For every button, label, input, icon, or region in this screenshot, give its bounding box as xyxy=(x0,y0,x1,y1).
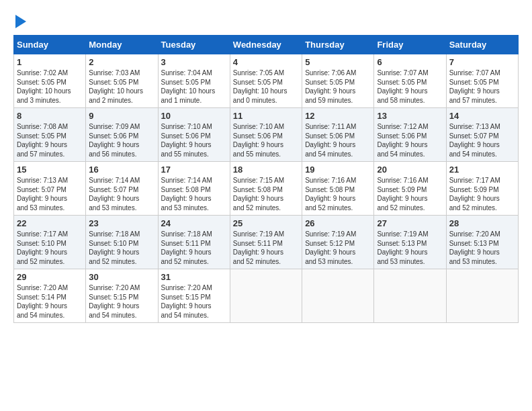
calendar-cell: 1Sunrise: 7:02 AM Sunset: 5:05 PM Daylig… xyxy=(14,54,86,108)
day-info: Sunrise: 7:14 AM Sunset: 5:08 PM Dayligh… xyxy=(161,176,227,212)
day-number: 5 xyxy=(305,57,371,67)
day-number: 22 xyxy=(17,218,83,228)
calendar-cell: 14Sunrise: 7:13 AM Sunset: 5:07 PM Dayli… xyxy=(446,108,518,162)
calendar-cell: 20Sunrise: 7:16 AM Sunset: 5:09 PM Dayli… xyxy=(374,162,446,216)
calendar-cell xyxy=(446,269,518,323)
calendar-cell xyxy=(374,269,446,323)
calendar-cell: 15Sunrise: 7:13 AM Sunset: 5:07 PM Dayli… xyxy=(14,162,86,216)
calendar-cell: 6Sunrise: 7:07 AM Sunset: 5:05 PM Daylig… xyxy=(374,54,446,108)
day-info: Sunrise: 7:20 AM Sunset: 5:15 PM Dayligh… xyxy=(161,283,227,320)
day-number: 23 xyxy=(89,218,154,228)
day-info: Sunrise: 7:08 AM Sunset: 5:05 PM Dayligh… xyxy=(17,122,83,158)
day-info: Sunrise: 7:09 AM Sunset: 5:06 PM Dayligh… xyxy=(89,122,154,158)
day-info: Sunrise: 7:14 AM Sunset: 5:07 PM Dayligh… xyxy=(89,176,154,212)
day-number: 18 xyxy=(233,165,299,175)
calendar-header-sunday: Sunday xyxy=(14,36,86,54)
day-number: 4 xyxy=(233,57,299,67)
day-info: Sunrise: 7:10 AM Sunset: 5:06 PM Dayligh… xyxy=(161,122,227,158)
day-info: Sunrise: 7:18 AM Sunset: 5:11 PM Dayligh… xyxy=(161,230,227,266)
calendar-cell: 19Sunrise: 7:16 AM Sunset: 5:08 PM Dayli… xyxy=(302,162,374,216)
calendar-table: SundayMondayTuesdayWednesdayThursdayFrid… xyxy=(13,35,519,323)
logo xyxy=(13,13,26,28)
calendar-header-wednesday: Wednesday xyxy=(230,36,302,54)
day-info: Sunrise: 7:13 AM Sunset: 5:07 PM Dayligh… xyxy=(17,176,83,212)
day-number: 1 xyxy=(17,57,83,67)
calendar-header-thursday: Thursday xyxy=(302,36,374,54)
day-info: Sunrise: 7:17 AM Sunset: 5:10 PM Dayligh… xyxy=(17,230,83,266)
calendar-cell: 8Sunrise: 7:08 AM Sunset: 5:05 PM Daylig… xyxy=(14,108,86,162)
calendar-cell: 11Sunrise: 7:10 AM Sunset: 5:06 PM Dayli… xyxy=(230,108,302,162)
calendar-cell: 4Sunrise: 7:05 AM Sunset: 5:05 PM Daylig… xyxy=(230,54,302,108)
calendar-cell: 30Sunrise: 7:20 AM Sunset: 5:15 PM Dayli… xyxy=(86,269,158,323)
day-info: Sunrise: 7:02 AM Sunset: 5:05 PM Dayligh… xyxy=(17,68,83,105)
day-number: 19 xyxy=(305,165,371,175)
day-info: Sunrise: 7:19 AM Sunset: 5:12 PM Dayligh… xyxy=(305,230,371,266)
day-info: Sunrise: 7:19 AM Sunset: 5:13 PM Dayligh… xyxy=(377,230,443,266)
day-info: Sunrise: 7:20 AM Sunset: 5:13 PM Dayligh… xyxy=(449,230,515,266)
day-number: 27 xyxy=(377,218,443,228)
calendar-cell: 29Sunrise: 7:20 AM Sunset: 5:14 PM Dayli… xyxy=(14,269,86,323)
day-number: 31 xyxy=(161,272,227,282)
calendar-week-row: 29Sunrise: 7:20 AM Sunset: 5:14 PM Dayli… xyxy=(14,269,519,323)
calendar-header-saturday: Saturday xyxy=(446,36,518,54)
day-number: 7 xyxy=(449,57,515,67)
day-number: 17 xyxy=(161,165,227,175)
day-info: Sunrise: 7:16 AM Sunset: 5:08 PM Dayligh… xyxy=(305,176,371,212)
day-info: Sunrise: 7:18 AM Sunset: 5:10 PM Dayligh… xyxy=(89,230,154,266)
day-info: Sunrise: 7:06 AM Sunset: 5:05 PM Dayligh… xyxy=(305,68,371,105)
day-info: Sunrise: 7:12 AM Sunset: 5:06 PM Dayligh… xyxy=(377,122,443,158)
day-info: Sunrise: 7:20 AM Sunset: 5:14 PM Dayligh… xyxy=(17,283,83,320)
day-number: 6 xyxy=(377,57,443,67)
day-number: 20 xyxy=(377,165,443,175)
day-info: Sunrise: 7:05 AM Sunset: 5:05 PM Dayligh… xyxy=(233,68,299,105)
day-info: Sunrise: 7:03 AM Sunset: 5:05 PM Dayligh… xyxy=(89,68,154,105)
calendar-cell: 22Sunrise: 7:17 AM Sunset: 5:10 PM Dayli… xyxy=(14,216,86,269)
day-info: Sunrise: 7:15 AM Sunset: 5:08 PM Dayligh… xyxy=(233,176,299,212)
day-number: 29 xyxy=(17,272,83,282)
calendar-cell: 5Sunrise: 7:06 AM Sunset: 5:05 PM Daylig… xyxy=(302,54,374,108)
calendar-cell xyxy=(302,269,374,323)
calendar-week-row: 1Sunrise: 7:02 AM Sunset: 5:05 PM Daylig… xyxy=(14,54,519,108)
page-header xyxy=(13,13,519,28)
day-number: 26 xyxy=(305,218,371,228)
calendar-cell: 27Sunrise: 7:19 AM Sunset: 5:13 PM Dayli… xyxy=(374,216,446,269)
day-info: Sunrise: 7:19 AM Sunset: 5:11 PM Dayligh… xyxy=(233,230,299,266)
calendar-header-tuesday: Tuesday xyxy=(158,36,230,54)
day-info: Sunrise: 7:16 AM Sunset: 5:09 PM Dayligh… xyxy=(377,176,443,212)
calendar-cell: 12Sunrise: 7:11 AM Sunset: 5:06 PM Dayli… xyxy=(302,108,374,162)
calendar-header-row: SundayMondayTuesdayWednesdayThursdayFrid… xyxy=(14,36,519,54)
day-number: 9 xyxy=(89,111,154,121)
day-number: 10 xyxy=(161,111,227,121)
day-info: Sunrise: 7:20 AM Sunset: 5:15 PM Dayligh… xyxy=(89,283,154,320)
calendar-week-row: 22Sunrise: 7:17 AM Sunset: 5:10 PM Dayli… xyxy=(14,216,519,269)
calendar-cell: 3Sunrise: 7:04 AM Sunset: 5:05 PM Daylig… xyxy=(158,54,230,108)
calendar-cell: 16Sunrise: 7:14 AM Sunset: 5:07 PM Dayli… xyxy=(86,162,158,216)
day-number: 12 xyxy=(305,111,371,121)
calendar-cell: 24Sunrise: 7:18 AM Sunset: 5:11 PM Dayli… xyxy=(158,216,230,269)
calendar-cell: 7Sunrise: 7:07 AM Sunset: 5:05 PM Daylig… xyxy=(446,54,518,108)
calendar-cell: 28Sunrise: 7:20 AM Sunset: 5:13 PM Dayli… xyxy=(446,216,518,269)
calendar-header-monday: Monday xyxy=(86,36,158,54)
calendar-cell: 18Sunrise: 7:15 AM Sunset: 5:08 PM Dayli… xyxy=(230,162,302,216)
day-number: 3 xyxy=(161,57,227,67)
calendar-cell: 26Sunrise: 7:19 AM Sunset: 5:12 PM Dayli… xyxy=(302,216,374,269)
calendar-week-row: 8Sunrise: 7:08 AM Sunset: 5:05 PM Daylig… xyxy=(14,108,519,162)
calendar-cell: 13Sunrise: 7:12 AM Sunset: 5:06 PM Dayli… xyxy=(374,108,446,162)
calendar-cell: 23Sunrise: 7:18 AM Sunset: 5:10 PM Dayli… xyxy=(86,216,158,269)
calendar-body: 1Sunrise: 7:02 AM Sunset: 5:05 PM Daylig… xyxy=(14,54,519,323)
day-info: Sunrise: 7:11 AM Sunset: 5:06 PM Dayligh… xyxy=(305,122,371,158)
day-number: 28 xyxy=(449,218,515,228)
calendar-cell: 2Sunrise: 7:03 AM Sunset: 5:05 PM Daylig… xyxy=(86,54,158,108)
day-info: Sunrise: 7:17 AM Sunset: 5:09 PM Dayligh… xyxy=(449,176,515,212)
day-info: Sunrise: 7:10 AM Sunset: 5:06 PM Dayligh… xyxy=(233,122,299,158)
day-number: 8 xyxy=(17,111,83,121)
day-number: 14 xyxy=(449,111,515,121)
calendar-cell: 31Sunrise: 7:20 AM Sunset: 5:15 PM Dayli… xyxy=(158,269,230,323)
calendar-cell: 10Sunrise: 7:10 AM Sunset: 5:06 PM Dayli… xyxy=(158,108,230,162)
day-number: 21 xyxy=(449,165,515,175)
calendar-week-row: 15Sunrise: 7:13 AM Sunset: 5:07 PM Dayli… xyxy=(14,162,519,216)
day-number: 15 xyxy=(17,165,83,175)
calendar-cell xyxy=(230,269,302,323)
calendar-cell: 17Sunrise: 7:14 AM Sunset: 5:08 PM Dayli… xyxy=(158,162,230,216)
day-number: 24 xyxy=(161,218,227,228)
